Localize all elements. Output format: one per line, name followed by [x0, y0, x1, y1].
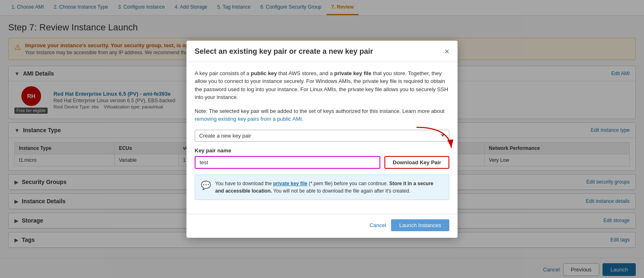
modal-overlay: Select an existing key pair or create a … [0, 0, 644, 278]
keypair-label: Key pair name [195, 147, 449, 154]
key-pair-link[interactable]: removing existing key pairs from a publi… [195, 116, 302, 122]
modal-close-button[interactable]: × [444, 47, 449, 55]
modal-launch-button[interactable]: Launch Instances [391, 219, 449, 231]
modal-footer: Cancel Launch Instances [186, 214, 458, 238]
modal-cancel-button[interactable]: Cancel [370, 222, 386, 228]
info-text: You have to download the private key fil… [215, 180, 443, 195]
modal-note: Note: The selected key pair will be adde… [195, 107, 449, 123]
download-key-pair-button[interactable]: Download Key Pair [384, 156, 449, 169]
modal-dialog: Select an existing key pair or create a … [186, 41, 458, 238]
modal-title: Select an existing key pair or create a … [195, 47, 373, 56]
key-pair-type-row: Create a new key pair Choose an existing… [195, 130, 449, 142]
modal-description: A key pair consists of a public key that… [195, 69, 449, 101]
info-box: 💬 You have to download the private key f… [195, 175, 449, 200]
modal-body: A key pair consists of a public key that… [186, 62, 458, 214]
modal-header: Select an existing key pair or create a … [186, 41, 458, 62]
key-pair-type-select[interactable]: Create a new key pair Choose an existing… [195, 130, 449, 142]
info-chat-icon: 💬 [201, 180, 211, 190]
keypair-name-input[interactable] [195, 156, 380, 169]
keypair-input-row: Download Key Pair [195, 156, 449, 169]
private-key-link[interactable]: private key file [273, 181, 307, 186]
